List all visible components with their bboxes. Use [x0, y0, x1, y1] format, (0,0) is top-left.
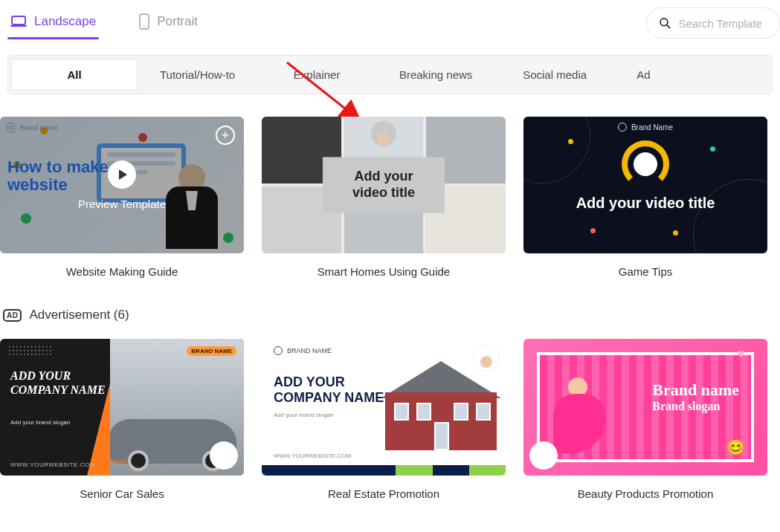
template-thumb: ♥ Brand name Brand slogan 😊 — [523, 339, 767, 476]
tab-portrait[interactable]: Portrait — [136, 6, 201, 40]
avatar-icon — [529, 441, 558, 470]
thumb-site: WWW.YOURWEBSITE.COM — [10, 461, 95, 468]
template-row-1: Brand Name How to make a website + Previ… — [0, 94, 780, 278]
emoji-icon: 😊 — [726, 438, 745, 456]
brand-chip: Brand Name — [6, 123, 58, 133]
category-explainer[interactable]: Explainer — [257, 59, 376, 90]
thumb-headline: Add your video title — [323, 157, 445, 213]
thumb-headline: ADD YOUR COMPANY NAME — [10, 369, 107, 397]
tab-landscape-label: Landscape — [34, 14, 96, 29]
tab-portrait-label: Portrait — [157, 14, 198, 29]
thumb-headline: ADD YOUR COMPANY NAME — [274, 374, 393, 405]
template-card-beauty[interactable]: ♥ Brand name Brand slogan 😊 Beauty Produ… — [523, 339, 767, 500]
template-title: Beauty Products Promotion — [523, 487, 767, 500]
category-social[interactable]: Social media — [495, 59, 614, 90]
thumb-site: WWW.YOURWEBSITE.COM — [274, 452, 351, 459]
template-title: Website Making Guide — [0, 265, 244, 278]
hover-overlay: Preview Template — [0, 117, 244, 253]
thumb-slogan: Add your brand slogan — [274, 412, 334, 418]
heart-icon: ♥ — [737, 346, 745, 362]
search-box[interactable] — [646, 7, 780, 39]
search-icon — [659, 16, 671, 30]
template-card-realestate[interactable]: BRAND NAME ADD YOUR COMPANY NAME Add you… — [262, 339, 506, 500]
template-thumb: BRAND NAME ADD YOUR COMPANY NAME Add you… — [0, 339, 244, 476]
template-thumb: Add your video title — [262, 117, 506, 253]
phone-icon — [139, 13, 149, 30]
category-ad[interactable]: Ad — [614, 59, 656, 90]
search-input[interactable] — [678, 17, 767, 30]
svg-line-5 — [667, 25, 670, 28]
template-card-website[interactable]: Brand Name How to make a website + Previ… — [0, 117, 244, 278]
thumb-brand: Brand name Brand slogan — [652, 380, 739, 413]
top-bar: Landscape Portrait — [0, 0, 780, 40]
template-thumb: Brand Name How to make a website + Previ… — [0, 117, 244, 253]
template-card-car[interactable]: BRAND NAME ADD YOUR COMPANY NAME Add you… — [0, 339, 244, 500]
add-template-icon[interactable]: + — [216, 126, 235, 145]
brand-chip: Brand Name — [618, 123, 673, 132]
template-row-2: BRAND NAME ADD YOUR COMPANY NAME Add you… — [0, 322, 780, 500]
category-bar: All Tutorial/How-to Explainer Breaking n… — [7, 55, 773, 94]
category-tutorial[interactable]: Tutorial/How-to — [138, 59, 257, 90]
avatar-icon — [371, 121, 396, 146]
brand-badge: BRAND NAME — [187, 346, 236, 356]
svg-point-3 — [144, 26, 145, 27]
svg-point-4 — [660, 19, 668, 26]
template-card-gametips[interactable]: Brand Name Add your video title Game Tip… — [523, 117, 767, 278]
chevron-icon: »»»»» — [104, 456, 125, 467]
thumb-headline: Add your video title — [523, 195, 767, 212]
category-all[interactable]: All — [11, 59, 138, 91]
template-title: Senior Car Sales — [0, 487, 244, 500]
template-title: Game Tips — [523, 265, 767, 278]
template-thumb: BRAND NAME ADD YOUR COMPANY NAME Add you… — [262, 339, 506, 476]
template-thumb: Brand Name Add your video title — [523, 117, 767, 253]
template-title: Smart Homes Using Guide — [262, 265, 506, 278]
play-icon[interactable] — [108, 160, 136, 189]
preview-label: Preview Template — [78, 198, 166, 210]
svg-rect-0 — [12, 16, 25, 25]
ad-badge-icon: AD — [3, 309, 22, 322]
category-breaking[interactable]: Breaking news — [376, 59, 495, 90]
svg-rect-1 — [10, 25, 27, 27]
brand-chip: BRAND NAME — [274, 346, 332, 355]
laptop-icon — [10, 16, 27, 27]
section-advertisement: AD Advertisement (6) — [3, 308, 780, 322]
section-label: Advertisement (6) — [29, 308, 129, 322]
template-title: Real Estate Promotion — [262, 487, 506, 500]
thumb-slogan: Add your brand slogan — [10, 419, 71, 426]
template-card-smarthome[interactable]: Add your video title Smart Homes Using G… — [262, 117, 506, 278]
avatar-icon — [210, 441, 238, 470]
tab-landscape[interactable]: Landscape — [7, 7, 99, 39]
